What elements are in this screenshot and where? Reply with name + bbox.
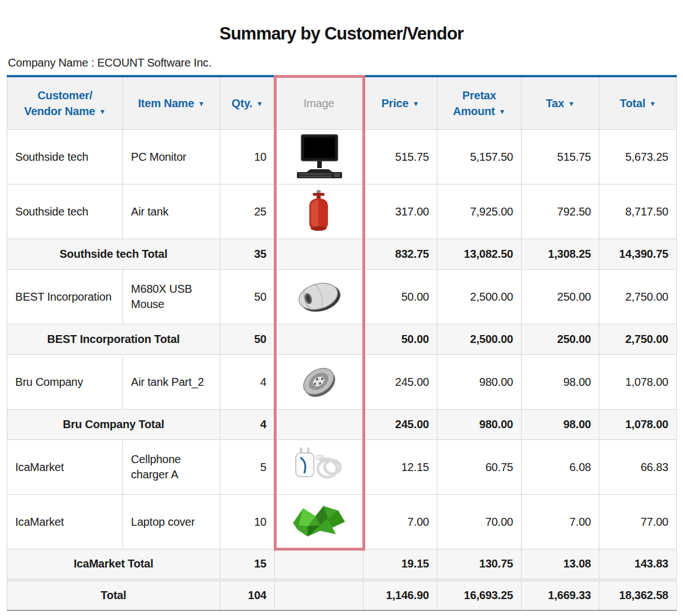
col-header-total[interactable]: Total▼ (599, 76, 677, 130)
pretax-cell: 7,925.00 (437, 184, 522, 239)
price-cell: 12.15 (364, 440, 437, 495)
table-row-air-tank: Southside tech Air tank 25 317.00 7,925.… (7, 184, 677, 239)
col-header-label: Customer/ Vendor Name (24, 89, 95, 117)
pc-monitor-image (293, 134, 345, 179)
image-cell (275, 270, 364, 324)
qty-cell: 4 (220, 410, 275, 440)
tax-cell: 6.08 (522, 440, 599, 495)
qty-cell: 5 (220, 440, 275, 495)
col-header-customer-vendor[interactable]: Customer/ Vendor Name▼ (7, 76, 123, 130)
customer-cell: Southside tech (7, 184, 123, 239)
image-cell (275, 324, 364, 355)
qty-cell: 25 (220, 184, 275, 239)
total-cell: 1,078.00 (599, 355, 677, 410)
customer-cell: IcaMarket (7, 495, 123, 549)
page-title: Summary by Customer/Vendor (0, 24, 683, 44)
total-cell: 8,717.50 (599, 184, 677, 239)
total-cell: 18,362.58 (599, 580, 677, 610)
company-name-line: Company Name : ECOUNT Software Inc. (8, 56, 683, 69)
image-cell (275, 410, 364, 440)
price-cell: 245.00 (364, 410, 437, 440)
sort-arrow-icon: ▼ (568, 100, 575, 108)
price-cell: 19.15 (364, 549, 437, 580)
pretax-cell: 70.00 (437, 495, 522, 549)
image-cell (275, 130, 364, 184)
grand-total-row: Total 104 1,146.90 16,693.25 1,669.33 18… (7, 580, 677, 610)
table-row-laptop-cover: IcaMarket Laptop cover 10 7.00 70.00 7.0… (7, 495, 677, 549)
image-cell (275, 549, 364, 580)
item-cell: Air tank Part_2 (123, 355, 220, 410)
col-header-price[interactable]: Price▼ (364, 76, 437, 130)
laptop-cover-image (291, 503, 347, 541)
col-header-label: Total (620, 97, 645, 109)
subtotal-row-icamarket: IcaMarket Total 15 19.15 130.75 13.08 14… (7, 549, 677, 580)
pretax-cell: 5,157.50 (437, 130, 522, 184)
item-cell: Cellphone charger A (123, 440, 220, 495)
table-row-pc-monitor: Southside tech PC Monitor 10 515 (7, 130, 677, 184)
price-cell: 7.00 (364, 495, 437, 549)
qty-cell: 4 (220, 355, 275, 410)
tax-cell: 792.50 (522, 184, 599, 239)
subtotal-label-cell: BEST Incorporation Total (7, 324, 220, 355)
col-header-tax[interactable]: Tax▼ (522, 76, 599, 130)
col-header-label: Price (382, 97, 409, 109)
grand-total-label-cell: Total (7, 580, 220, 610)
table-row-air-tank-part2: Bru Company Air tank Part_2 4 (7, 355, 677, 410)
subtotal-row-southside: Southside tech Total 35 832.75 13,082.50… (7, 239, 677, 270)
pretax-cell: 60.75 (437, 440, 522, 495)
total-cell: 1,078.00 (599, 410, 677, 440)
sort-arrow-icon: ▼ (256, 100, 263, 108)
subtotal-row-bru: Bru Company Total 4 245.00 980.00 98.00 … (7, 410, 677, 440)
tax-cell: 13.08 (522, 549, 599, 580)
item-cell: PC Monitor (123, 130, 220, 184)
qty-cell: 10 (220, 495, 275, 549)
qty-cell: 104 (220, 580, 275, 610)
header-row: Customer/ Vendor Name▼ Item Name▼ Qty.▼ … (7, 76, 677, 130)
summary-table: Customer/ Vendor Name▼ Item Name▼ Qty.▼ … (7, 75, 677, 611)
price-cell: 50.00 (364, 270, 437, 324)
col-header-pretax[interactable]: Pretax Amount▼ (437, 76, 522, 130)
tax-cell: 515.75 (522, 130, 599, 184)
customer-cell: IcaMarket (7, 440, 123, 495)
total-cell: 143.83 (599, 549, 677, 580)
image-cell (275, 580, 364, 610)
col-header-label: Image (304, 97, 335, 109)
tax-cell: 250.00 (522, 270, 599, 324)
col-header-label: Qty. (231, 97, 252, 109)
sort-arrow-icon: ▼ (499, 108, 506, 116)
tax-cell: 98.00 (522, 355, 599, 410)
pretax-cell: 2,500.00 (437, 270, 522, 324)
price-cell: 50.00 (364, 324, 437, 355)
tax-cell: 1,669.33 (522, 580, 599, 610)
air-tank-image (305, 190, 332, 234)
customer-cell: Bru Company (7, 355, 123, 410)
col-header-item-name[interactable]: Item Name▼ (123, 76, 220, 130)
pretax-cell: 16,693.25 (437, 580, 522, 610)
pretax-cell: 980.00 (437, 355, 522, 410)
col-header-qty[interactable]: Qty.▼ (220, 76, 275, 130)
qty-cell: 50 (220, 324, 275, 355)
item-cell: M680X USB Mouse (123, 270, 220, 324)
subtotal-label-cell: IcaMarket Total (7, 549, 220, 580)
pretax-cell: 130.75 (437, 549, 522, 580)
price-cell: 1,146.90 (364, 580, 437, 610)
table-wrap: Customer/ Vendor Name▼ Item Name▼ Qty.▼ … (7, 75, 676, 611)
subtotal-row-best: BEST Incorporation Total 50 50.00 2,500.… (7, 324, 677, 355)
pretax-cell: 980.00 (437, 410, 522, 440)
total-cell: 2,750.00 (599, 324, 677, 355)
usb-mouse-image (294, 278, 344, 316)
total-cell: 5,673.25 (599, 130, 677, 184)
pretax-cell: 13,082.50 (437, 239, 522, 270)
item-cell: Laptop cover (123, 495, 220, 549)
total-cell: 14,390.75 (599, 239, 677, 270)
price-cell: 515.75 (364, 130, 437, 184)
tax-cell: 98.00 (522, 410, 599, 440)
col-header-image: Image (275, 76, 364, 130)
sort-arrow-icon: ▼ (413, 100, 419, 108)
total-cell: 2,750.00 (599, 270, 677, 324)
qty-cell: 15 (220, 549, 275, 580)
image-cell (275, 355, 364, 410)
image-cell (275, 495, 364, 549)
sort-arrow-icon: ▼ (198, 100, 205, 108)
pretax-cell: 2,500.00 (437, 324, 522, 355)
